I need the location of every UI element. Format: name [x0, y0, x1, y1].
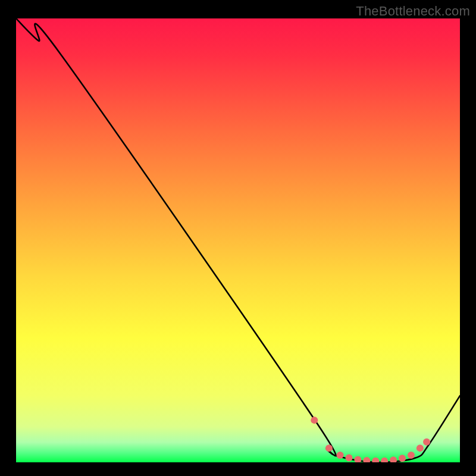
highlight-point	[325, 444, 333, 452]
highlight-point	[346, 455, 353, 462]
highlight-point	[399, 455, 406, 462]
chart-overlay	[16, 18, 460, 462]
highlight-point	[372, 458, 379, 462]
highlight-point	[381, 458, 388, 462]
highlight-point	[390, 456, 397, 462]
curve-line	[16, 18, 460, 462]
chart-area	[16, 18, 460, 462]
highlight-point	[423, 439, 430, 446]
highlight-point	[416, 444, 424, 452]
highlight-point	[354, 456, 361, 462]
highlight-point	[363, 457, 370, 462]
series-curve	[16, 18, 460, 462]
highlight-point	[337, 452, 344, 459]
attribution-text: TheBottleneck.com	[356, 4, 470, 19]
highlight-point	[311, 416, 318, 424]
page-root: TheBottleneck.com	[0, 0, 476, 476]
highlight-point	[408, 452, 415, 459]
highlight-points	[311, 416, 430, 462]
